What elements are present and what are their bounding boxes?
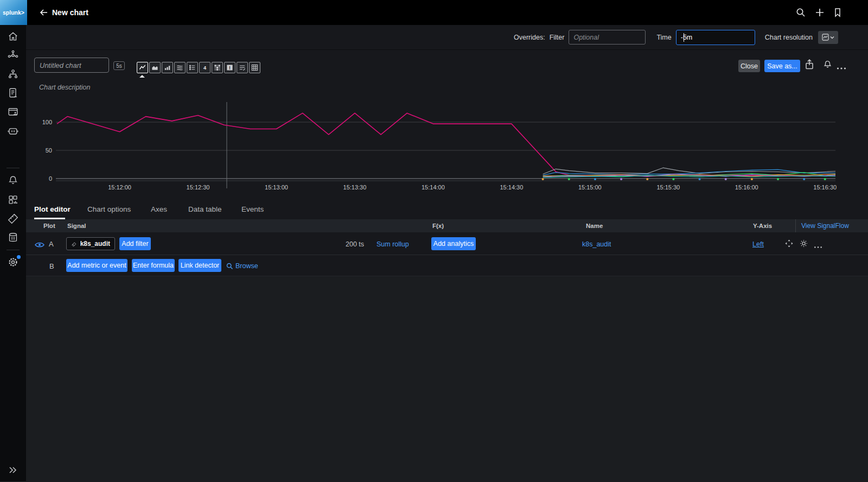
svg-text:4: 4 (203, 65, 207, 71)
plot-table-header: Plot Signal F(x) Name Y-Axis (26, 219, 868, 232)
expand-sidebar-icon[interactable] (8, 465, 20, 477)
time-override-input[interactable] (676, 30, 755, 45)
time-label: Time (656, 34, 671, 41)
add-filter-button[interactable]: Add filter (119, 237, 151, 250)
chart-description-placeholder[interactable]: Chart description (39, 84, 91, 91)
editor-tabs: Plot editor Chart options Axes Data tabl… (26, 201, 868, 219)
share-icon[interactable] (804, 59, 815, 73)
bookmark-icon[interactable] (832, 7, 843, 18)
service-map-icon[interactable] (7, 49, 19, 61)
rollup-link[interactable]: Sum rollup (376, 240, 409, 248)
page-title: New chart (52, 8, 88, 17)
x-tick-label: 15:15:00 (578, 184, 602, 191)
data-point-marker (725, 178, 727, 180)
col-signal: Signal (67, 223, 86, 229)
plus-icon[interactable] (814, 7, 825, 18)
y-axis-link[interactable]: Left (752, 240, 764, 248)
x-tick-label: 15:15:30 (656, 184, 680, 191)
text-cursor (684, 33, 684, 42)
metrics-icon[interactable] (7, 194, 19, 206)
plot-letter: A (49, 240, 54, 248)
bot-icon[interactable] (7, 125, 19, 137)
data-point-marker (646, 178, 648, 180)
chart-canvas[interactable]: 05010015:12:0015:12:3015:13:0015:13:3015… (26, 81, 868, 198)
tab-chart-options[interactable]: Chart options (87, 205, 131, 213)
plot-row-a: A k8s_audit Add filter 200 ts Sum rollup… (26, 232, 868, 255)
data-point-marker (594, 178, 596, 180)
tab-events[interactable]: Events (241, 205, 264, 213)
visibility-eye-icon[interactable] (35, 240, 44, 250)
view-signalflow-link[interactable]: View SignalFlow (801, 222, 849, 230)
chart-resolution-button[interactable] (818, 31, 838, 44)
back-icon[interactable] (39, 8, 49, 17)
enter-formula-button[interactable]: Enter formula (132, 259, 175, 272)
dashboards-icon[interactable] (7, 106, 19, 118)
link-detector-button[interactable]: Link detector (178, 259, 221, 272)
chart-resolution-label: Chart resolution (765, 34, 813, 41)
chart-title-input[interactable] (34, 58, 109, 73)
chart-type-text-icon[interactable] (237, 62, 248, 73)
tab-data-table[interactable]: Data table (188, 205, 222, 213)
chart-type-area-icon[interactable] (149, 62, 161, 73)
x-tick-label: 15:14:30 (500, 184, 523, 191)
browse-search-icon[interactable] (226, 262, 233, 272)
chart-type-heatmap-icon[interactable] (212, 62, 223, 73)
data-point-marker (824, 178, 826, 180)
overrides-bar: Overrides: Filter Time Chart resolution (26, 25, 868, 50)
chart-type-single-value-icon[interactable]: 4 (199, 62, 210, 73)
move-plot-icon[interactable] (785, 239, 793, 250)
close-button[interactable]: Close (738, 60, 760, 72)
col-y-axis: Y-Axis (753, 223, 772, 229)
add-analytics-button[interactable]: Add analytics (431, 237, 476, 250)
chart-type-selector: 4 ! (137, 62, 260, 73)
y-tick-label: 100 (42, 119, 52, 125)
home-icon[interactable] (7, 30, 19, 42)
resolution-badge: 5s (113, 61, 125, 70)
left-sidebar (0, 25, 26, 482)
data-point-marker (698, 178, 700, 180)
signal-name-link[interactable]: k8s_audit (582, 240, 611, 248)
alerts-icon[interactable] (7, 175, 19, 187)
col-plot: Plot (43, 223, 55, 229)
logs-icon[interactable] (7, 87, 19, 99)
chart-type-event-feed-icon[interactable]: ! (224, 62, 235, 73)
more-actions-icon[interactable] (837, 63, 846, 73)
chart-type-column-icon[interactable] (162, 62, 173, 73)
settings-notification-dot (17, 255, 21, 259)
search-icon[interactable] (795, 7, 806, 18)
metric-tag-icon (71, 241, 77, 247)
chart-type-line-icon[interactable] (137, 62, 148, 73)
x-tick-label: 15:16:30 (813, 184, 837, 191)
splunk-logo[interactable]: splunk> (0, 0, 27, 25)
chart-type-list-icon[interactable] (187, 62, 198, 73)
data-point-marker (777, 178, 779, 180)
signal-pill-label: k8s_audit (80, 240, 110, 248)
plot-more-icon[interactable] (814, 242, 822, 251)
save-as-button[interactable]: Save as... (764, 60, 800, 72)
tab-axes[interactable]: Axes (151, 205, 167, 213)
browse-link[interactable]: Browse (235, 262, 258, 270)
alerts-bell-icon[interactable] (822, 60, 833, 72)
chevron-down-icon (830, 36, 834, 39)
sidebar-divider (7, 168, 20, 168)
plot-config-icon[interactable] (800, 239, 808, 250)
filter-override-input[interactable] (569, 30, 646, 45)
x-tick-label: 15:13:00 (265, 184, 288, 191)
ruler-icon[interactable] (7, 213, 19, 225)
col-name: Name (586, 223, 603, 229)
svg-text:!: ! (229, 65, 231, 71)
infrastructure-icon[interactable] (7, 68, 19, 80)
add-metric-button[interactable]: Add metric or event (66, 259, 127, 272)
data-management-icon[interactable] (7, 232, 19, 244)
y-tick-label: 50 (46, 147, 52, 154)
overrides-label: Overrides: (514, 34, 545, 41)
signal-pill[interactable]: k8s_audit (66, 237, 115, 250)
tab-plot-editor[interactable]: Plot editor (34, 205, 71, 213)
x-tick-label: 15:12:30 (187, 184, 210, 191)
series-k8s_audit (57, 113, 835, 176)
resolution-chart-icon (822, 34, 829, 41)
chart-type-histogram-icon[interactable] (174, 62, 186, 73)
plot-row-b: B Add metric or event Enter formula Link… (26, 255, 868, 276)
chart-type-table-icon[interactable] (249, 62, 260, 73)
x-tick-label: 15:14:00 (422, 184, 445, 191)
